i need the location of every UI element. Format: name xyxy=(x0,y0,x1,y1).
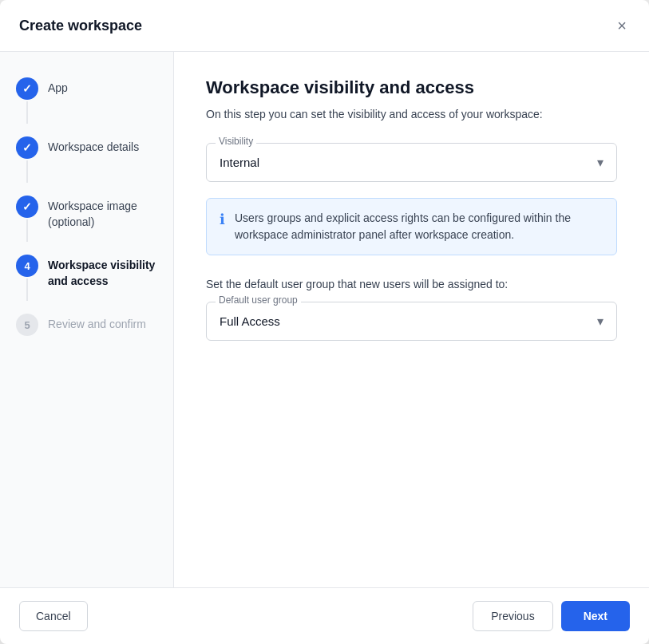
info-text: Users groups and explicit access rights … xyxy=(235,210,603,243)
step-label-workspace-details: Workspace details xyxy=(48,136,139,156)
sidebar: ✓ App ✓ Workspace details xyxy=(0,52,174,587)
chevron-down-icon-2: ▾ xyxy=(597,314,603,329)
step-item-review: 5 Review and confirm xyxy=(0,307,173,342)
default-group-field-group: Default user group Full Access ▾ xyxy=(206,302,617,341)
step-left-4: 4 xyxy=(16,255,38,301)
step-left-1: ✓ xyxy=(16,77,38,124)
visibility-select[interactable]: Internal ▾ xyxy=(206,143,617,182)
info-icon: ℹ xyxy=(220,211,225,228)
step-label-workspace-image: Workspace image (optional) xyxy=(48,196,157,230)
section-description: On this step you can set the visibility … xyxy=(206,108,617,121)
step-connector-4 xyxy=(26,279,28,301)
step-connector-3 xyxy=(26,219,28,242)
info-box: ℹ Users groups and explicit access right… xyxy=(206,198,617,255)
set-default-label: Set the default user group that new user… xyxy=(206,278,617,290)
default-group-value: Full Access xyxy=(220,314,280,328)
checkmark-3: ✓ xyxy=(22,200,32,213)
step-label-app: App xyxy=(48,77,68,97)
step-label-visibility: Workspace visibility and access xyxy=(48,255,157,289)
section-title: Workspace visibility and access xyxy=(206,77,617,98)
step-item-app: ✓ App xyxy=(0,71,173,130)
footer-right: Previous Next xyxy=(473,601,630,631)
step-item-workspace-image: ✓ Workspace image (optional) xyxy=(0,189,173,248)
step-item-visibility: 4 Workspace visibility and access xyxy=(0,248,173,307)
modal-title: Create workspace xyxy=(19,18,142,34)
step-number-5: 5 xyxy=(24,319,30,331)
step-left-3: ✓ xyxy=(16,196,38,242)
step-circle-3: ✓ xyxy=(16,196,38,218)
previous-button[interactable]: Previous xyxy=(473,601,552,631)
step-left-5: 5 xyxy=(16,314,38,336)
step-left-2: ✓ xyxy=(16,136,38,183)
step-item-workspace-details: ✓ Workspace details xyxy=(0,130,173,189)
checkmark-1: ✓ xyxy=(22,82,32,95)
next-button[interactable]: Next xyxy=(561,601,630,631)
step-circle-4: 4 xyxy=(16,255,38,277)
modal-body: ✓ App ✓ Workspace details xyxy=(0,52,649,587)
step-circle-1: ✓ xyxy=(16,77,38,100)
default-group-label: Default user group xyxy=(216,294,301,306)
visibility-label: Visibility xyxy=(216,136,256,147)
default-group-select[interactable]: Full Access ▾ xyxy=(206,302,617,341)
modal-footer: Cancel Previous Next xyxy=(0,587,649,644)
step-circle-2: ✓ xyxy=(16,136,38,159)
visibility-value: Internal xyxy=(220,156,259,169)
cancel-button[interactable]: Cancel xyxy=(19,601,88,631)
step-connector-2 xyxy=(26,160,28,183)
step-number-4: 4 xyxy=(24,260,30,272)
main-content: Workspace visibility and access On this … xyxy=(174,52,649,587)
chevron-down-icon: ▾ xyxy=(597,155,603,170)
visibility-field-group: Visibility Internal ▾ xyxy=(206,143,617,182)
step-connector-1 xyxy=(26,101,28,124)
step-circle-5: 5 xyxy=(16,314,38,336)
modal-header: Create workspace × xyxy=(0,0,649,52)
checkmark-2: ✓ xyxy=(22,141,32,154)
step-label-review: Review and confirm xyxy=(48,314,146,333)
create-workspace-modal: Create workspace × ✓ App ✓ xyxy=(0,0,649,644)
close-button[interactable]: × xyxy=(614,14,630,37)
